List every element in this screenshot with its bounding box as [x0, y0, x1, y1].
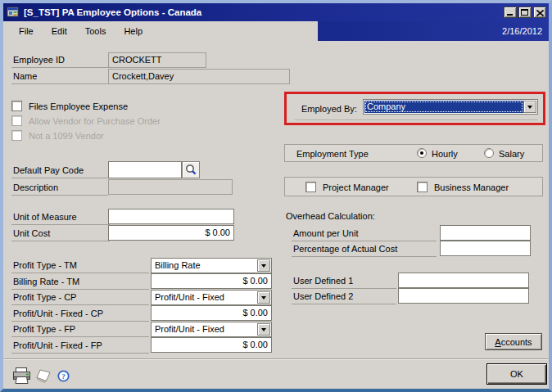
- percentage-actual-cost-label: Percentage of Actual Cost: [292, 242, 437, 257]
- close-button[interactable]: [533, 7, 546, 18]
- amount-per-unit-label: Amount per Unit: [292, 227, 437, 241]
- menu-file[interactable]: File: [10, 24, 43, 38]
- business-manager-label: Business Manager: [434, 181, 509, 194]
- employee-id-field[interactable]: CROCKETT: [108, 52, 206, 68]
- user-defined-1-field[interactable]: [398, 273, 529, 288]
- app-icon: [7, 6, 20, 19]
- employed-by-dropdown-button[interactable]: [523, 101, 536, 113]
- title-bar: [S_TST] PA Employee Options - Canada: [3, 3, 549, 21]
- description-field: [108, 179, 233, 195]
- hourly-label: Hourly: [432, 147, 458, 160]
- unit-cost-field[interactable]: $ 0.00: [108, 225, 234, 241]
- profit-type-tm-value: Billing Rate: [152, 259, 257, 272]
- salary-radio[interactable]: [484, 148, 494, 158]
- user-defined-2-field[interactable]: [398, 288, 529, 304]
- hourly-radio[interactable]: [417, 148, 427, 158]
- employed-by-underline: [295, 119, 538, 120]
- employed-by-label: Employed By:: [301, 102, 357, 115]
- pay-code-lookup-button[interactable]: [182, 161, 200, 178]
- profit-type-tm-dropdown-button[interactable]: [257, 259, 270, 272]
- accounts-button-mnemonic: A: [495, 337, 500, 347]
- allow-vendor-po-label: Allow Vendor for Purchase Order: [29, 115, 161, 128]
- chevron-down-icon: [527, 106, 532, 109]
- profit-type-tm-dropdown[interactable]: Billing Rate: [151, 258, 272, 273]
- print-button[interactable]: [11, 367, 33, 386]
- chevron-down-icon: [261, 264, 266, 268]
- close-icon: [536, 10, 544, 16]
- profit-type-tm-label: Profit Type - TM: [11, 259, 149, 273]
- billing-rate-tm-field[interactable]: $ 0.00: [151, 273, 272, 289]
- ok-button-label: OK: [510, 369, 523, 379]
- menu-tools[interactable]: Tools: [76, 24, 115, 38]
- not-1099-vendor-label: Not a 1099 Vendor: [29, 129, 104, 142]
- salary-label: Salary: [499, 147, 524, 160]
- lookup-magnifier-icon: [184, 164, 197, 177]
- window-title: [S_TST] PA Employee Options - Canada: [24, 7, 201, 17]
- maximize-icon: [521, 9, 528, 16]
- note-paper-icon: [36, 369, 53, 384]
- employee-id-label: Employee ID: [11, 53, 110, 68]
- red-annotation-box: Employed By: Company: [284, 92, 545, 125]
- maximize-button[interactable]: [518, 7, 532, 18]
- bottom-divider: [3, 358, 549, 360]
- menu-bar: File Edit Tools Help 2/16/2012: [3, 21, 549, 41]
- default-pay-code-label: Default Pay Code: [11, 164, 108, 178]
- employment-type-group: Employment Type Hourly Salary: [284, 144, 543, 162]
- user-defined-1-label: User Defined 1: [292, 274, 396, 289]
- name-field[interactable]: Crockett,Davey: [108, 69, 290, 84]
- files-employee-expense-checkbox[interactable]: [11, 101, 22, 111]
- project-manager-checkbox[interactable]: [305, 182, 316, 192]
- minimize-button[interactable]: [504, 7, 517, 18]
- profit-type-fp-dropdown[interactable]: Profit/Unit - Fixed: [151, 322, 272, 337]
- menu-help[interactable]: Help: [115, 24, 152, 38]
- profit-unit-fixed-fp-field[interactable]: $ 0.00: [151, 337, 272, 353]
- employed-by-dropdown[interactable]: Company: [363, 99, 538, 115]
- profit-unit-fixed-cp-label: Profit/Unit - Fixed - CP: [11, 307, 149, 322]
- chevron-down-icon: [261, 296, 266, 300]
- unit-of-measure-label: Unit of Measure: [11, 210, 110, 225]
- name-label: Name: [11, 70, 110, 84]
- billing-rate-tm-label: Billing Rate - TM: [11, 275, 149, 290]
- profit-type-cp-dropdown-button[interactable]: [257, 291, 270, 304]
- overhead-calculation-heading: Overhead Calculation:: [286, 210, 375, 223]
- description-label: Description: [11, 181, 108, 196]
- percentage-actual-cost-field[interactable]: [440, 241, 531, 256]
- managers-group: Project Manager Business Manager: [284, 177, 543, 196]
- svg-text:?: ?: [61, 372, 66, 381]
- profit-type-cp-label: Profit Type - CP: [11, 291, 149, 305]
- amount-per-unit-field[interactable]: [440, 225, 531, 241]
- help-icon: ?: [57, 370, 70, 382]
- project-manager-label: Project Manager: [323, 181, 389, 194]
- profit-type-cp-value: Profit/Unit - Fixed: [152, 291, 257, 304]
- business-manager-checkbox[interactable]: [417, 182, 428, 192]
- user-defined-2-label: User Defined 2: [292, 290, 396, 304]
- unit-of-measure-field[interactable]: [108, 209, 234, 224]
- profit-unit-fixed-cp-field[interactable]: $ 0.00: [151, 305, 272, 321]
- profit-type-fp-label: Profit Type - FP: [11, 322, 149, 337]
- profit-type-cp-dropdown[interactable]: Profit/Unit - Fixed: [151, 290, 272, 305]
- system-date: 2/16/2012: [502, 26, 549, 36]
- ok-button[interactable]: OK: [486, 363, 547, 385]
- allow-vendor-po-checkbox: [11, 115, 22, 126]
- employment-type-label: Employment Type: [296, 147, 369, 160]
- not-1099-vendor-checkbox: [11, 130, 22, 141]
- minimize-icon: [507, 14, 513, 16]
- profit-type-fp-dropdown-button[interactable]: [257, 323, 270, 336]
- unit-cost-label: Unit Cost: [11, 227, 110, 241]
- chevron-down-icon: [261, 328, 266, 331]
- default-pay-code-field[interactable]: [108, 161, 182, 178]
- menu-edit[interactable]: Edit: [43, 24, 76, 38]
- note-button[interactable]: [36, 369, 53, 385]
- profit-unit-fixed-fp-label: Profit/Unit - Fixed - FP: [11, 339, 149, 354]
- profit-type-fp-value: Profit/Unit - Fixed: [152, 323, 257, 336]
- help-button[interactable]: ?: [57, 370, 70, 384]
- accounts-button-label: ccounts: [501, 337, 532, 347]
- accounts-button[interactable]: Accounts: [485, 333, 542, 350]
- pa-employee-options-window: [S_TST] PA Employee Options - Canada Fil…: [0, 0, 552, 392]
- files-employee-expense-label: Files Employee Expense: [29, 100, 128, 113]
- printer-icon: [11, 367, 33, 385]
- employed-by-selected-value: Company: [364, 101, 523, 113]
